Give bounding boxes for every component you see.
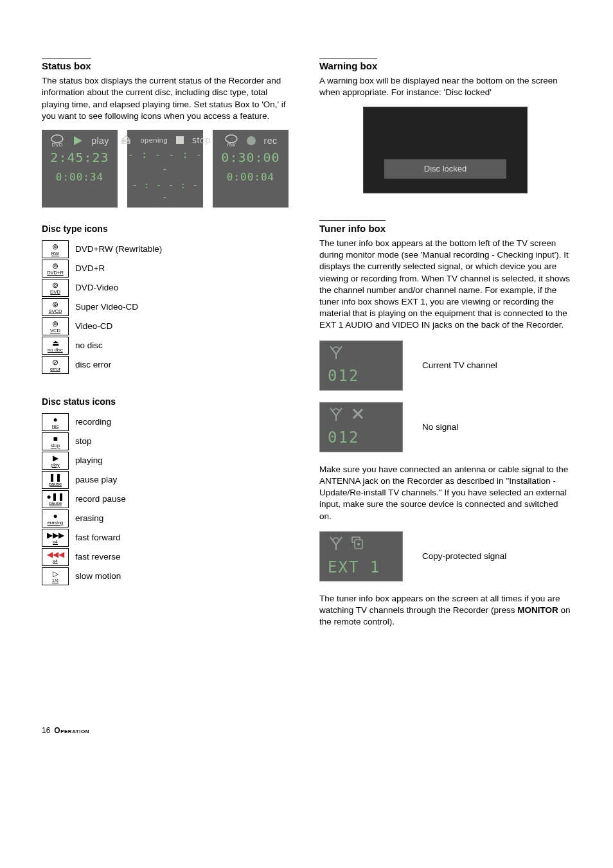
status-label: opening — [140, 136, 168, 145]
icon-cell: ❚❚pause — [42, 471, 69, 489]
icon-row: ⊚DVDDVD-Video — [42, 279, 294, 297]
warning-box-body: A warning box will be displayed near the… — [319, 75, 571, 98]
disc-icon: DVD — [50, 134, 64, 148]
tuner-value: EXT 1 — [320, 554, 402, 581]
play-icon — [72, 135, 84, 146]
icon-label: Super Video-CD — [75, 301, 138, 313]
status-label: play — [91, 135, 109, 147]
status-box-images: DVD play 2:45:23 0:00:34 opening stop - … — [42, 130, 294, 208]
tuner-row: 012No signal — [319, 402, 571, 452]
icon-cell: ⊚DVD — [42, 279, 69, 297]
status-preview-rec: RW rec 0:30:00 0:00:04 — [213, 130, 289, 208]
disc-type-heading: Disc type icons — [42, 223, 294, 235]
tuner-info-body2: Make sure you have connected an antenna … — [319, 464, 571, 522]
icon-row: ●erasingerasing — [42, 509, 294, 527]
icon-cell: ⊚SVCD — [42, 298, 69, 316]
icon-row: ▶▶▶x4fast forward — [42, 529, 294, 547]
icon-label: fast forward — [75, 532, 121, 544]
warning-box-preview: Disc locked — [363, 107, 528, 193]
status-time-total: - : - - : - - — [127, 148, 203, 175]
no-signal-icon — [351, 407, 365, 421]
warning-box-title: Warning box — [319, 58, 377, 73]
icon-label: fast reverse — [75, 551, 121, 563]
icon-row: ⊚VCDVideo-CD — [42, 317, 294, 335]
icon-label: recording — [75, 416, 111, 428]
disc-icon: RW — [224, 134, 238, 148]
icon-label: DVD+RW (Rewritable) — [75, 244, 162, 255]
icon-row: ⏏no discno disc — [42, 337, 294, 355]
icon-cell: ⊚RW — [42, 240, 69, 258]
svg-point-8 — [247, 136, 256, 145]
icon-cell: ⊚VCD — [42, 317, 69, 335]
icon-label: DVD-Video — [75, 282, 118, 294]
status-time-total: 2:45:23 — [42, 149, 118, 166]
svg-rect-5 — [176, 136, 184, 144]
icon-label: stop — [75, 436, 92, 447]
disc-status-list: ●recrecording■stopstop▶playplaying❚❚paus… — [42, 413, 294, 585]
icon-row: ◀◀◀x4fast reverse — [42, 548, 294, 566]
copy-protected-icon — [351, 536, 365, 550]
tuner-box: 012 — [319, 341, 403, 391]
tuner-row: EXT 1Copy-protected signal — [319, 531, 571, 581]
icon-cell: ▷1/4 — [42, 567, 69, 585]
antenna-icon — [328, 344, 344, 360]
tuner-info-title: Tuner info box — [319, 220, 386, 235]
tuner-info-body1: The tuner info box appears at the bottom… — [319, 238, 571, 332]
record-icon — [246, 136, 256, 146]
icon-label: erasing — [75, 513, 103, 524]
tuner-info-body3: The tuner info box appears on the screen… — [319, 593, 571, 628]
icon-label: playing — [75, 455, 103, 466]
antenna-icon — [328, 535, 344, 551]
status-time-elapsed: 0:00:04 — [213, 170, 289, 184]
tuner-value: 012 — [320, 425, 402, 452]
icon-cell: ●rec — [42, 413, 69, 431]
icon-row: ●recrecording — [42, 413, 294, 431]
status-time-elapsed: 0:00:34 — [42, 170, 118, 184]
icon-row: ■stopstop — [42, 432, 294, 450]
disc-type-list: ⊚RWDVD+RW (Rewritable)⊚DVD+RDVD+R⊚DVDDVD… — [42, 240, 294, 374]
svg-marker-2 — [74, 136, 82, 145]
icon-cell: ◀◀◀x4 — [42, 548, 69, 566]
status-preview-opening: opening stop - : - - : - - - : - - : - - — [127, 130, 203, 208]
section-name: Operation — [54, 725, 89, 736]
status-time-elapsed: - : - - : - - — [127, 179, 203, 204]
icon-cell: ⏏no disc — [42, 337, 69, 355]
eject-icon — [120, 134, 132, 146]
status-box-body: The status box displays the current stat… — [42, 75, 294, 122]
icon-row: ⊘errordisc error — [42, 356, 294, 374]
tuner-label: No signal — [422, 421, 458, 433]
status-preview-play: DVD play 2:45:23 0:00:34 — [42, 130, 118, 208]
icon-label: no disc — [75, 340, 103, 351]
icon-row: ❚❚pausepause play — [42, 471, 294, 489]
icon-cell: ●❚❚pause — [42, 490, 69, 508]
icon-cell: ●erasing — [42, 509, 69, 527]
svg-text:DVD: DVD — [52, 142, 63, 148]
status-time-total: 0:30:00 — [213, 149, 289, 166]
svg-rect-4 — [122, 141, 130, 143]
icon-row: ●❚❚pauserecord pause — [42, 490, 294, 508]
icon-row: ▷1/4slow motion — [42, 567, 294, 585]
status-label: rec — [264, 135, 278, 147]
icon-row: ⊚RWDVD+RW (Rewritable) — [42, 240, 294, 258]
tuner-label: Copy-protected signal — [422, 551, 506, 562]
icon-row: ⊚SVCDSuper Video-CD — [42, 298, 294, 316]
svg-marker-3 — [122, 136, 130, 140]
icon-label: slow motion — [75, 571, 121, 582]
stop-icon — [175, 136, 184, 145]
icon-row: ⊚DVD+RDVD+R — [42, 260, 294, 278]
svg-point-10 — [357, 543, 360, 545]
icon-cell: ⊘error — [42, 356, 69, 374]
status-box-title: Status box — [42, 58, 91, 73]
icon-label: DVD+R — [75, 263, 105, 274]
icon-cell: ▶play — [42, 452, 69, 470]
page-footer: 16 Operation — [42, 725, 571, 736]
antenna-icon — [328, 405, 344, 422]
tuner-box: 012 — [319, 402, 403, 452]
icon-cell: ■stop — [42, 432, 69, 450]
tuner-row: 012Current TV channel — [319, 341, 571, 391]
icon-label: Video-CD — [75, 321, 112, 332]
icon-row: ▶playplaying — [42, 452, 294, 470]
icon-cell: ⊚DVD+R — [42, 260, 69, 278]
icon-label: record pause — [75, 493, 126, 505]
disc-locked-banner: Disc locked — [384, 159, 506, 179]
